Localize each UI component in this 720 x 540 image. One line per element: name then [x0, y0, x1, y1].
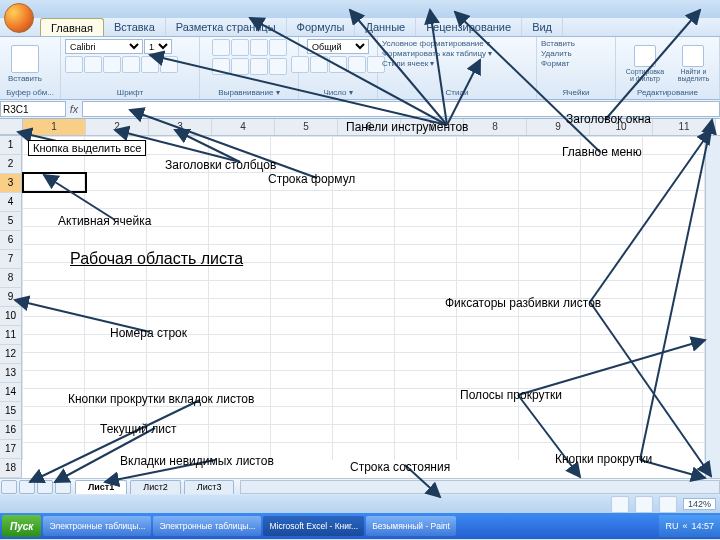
align-button[interactable] [212, 39, 230, 56]
taskbar-item[interactable]: Электронные таблицы... [43, 516, 151, 536]
dec-inc-button[interactable] [348, 56, 366, 73]
row-header[interactable]: 7 [0, 250, 22, 269]
sheet-tab[interactable]: Лист2 [130, 480, 181, 494]
row-header[interactable]: 13 [0, 364, 22, 383]
paste-button[interactable]: Вставить [4, 44, 46, 84]
row-header[interactable]: 16 [0, 421, 22, 440]
row-header[interactable]: 4 [0, 193, 22, 212]
taskbar-item[interactable]: Microsoft Excel - Книг... [263, 516, 364, 536]
menu-tab-5[interactable]: Рецензирование [416, 18, 522, 36]
vertical-scrollbar[interactable] [705, 136, 720, 478]
align-button[interactable] [231, 58, 249, 75]
office-button[interactable] [4, 3, 34, 33]
column-header[interactable]: 10 [590, 119, 653, 135]
menu-tab-2[interactable]: Разметка страницы [166, 18, 287, 36]
row-header[interactable]: 3 [0, 174, 22, 193]
system-tray[interactable]: RU«14:57 [659, 515, 720, 537]
column-header[interactable]: 3 [149, 119, 212, 135]
name-box[interactable]: R3C1 [0, 101, 66, 117]
menu-tab-0[interactable]: Главная [40, 18, 104, 36]
row-header[interactable]: 18 [0, 459, 22, 478]
align-button[interactable] [250, 58, 268, 75]
row-header[interactable]: 15 [0, 402, 22, 421]
group-label: Стили [382, 88, 532, 97]
row-header[interactable]: 5 [0, 212, 22, 231]
cell-grid[interactable] [22, 136, 705, 460]
font-select[interactable]: Calibri [65, 39, 143, 54]
wrap-button[interactable] [269, 39, 287, 56]
find-select-button[interactable]: Найти и выделить [672, 44, 715, 83]
group-label: Буфер обм... [4, 88, 56, 97]
row-header[interactable]: 2 [0, 155, 22, 174]
column-header[interactable]: 4 [212, 119, 275, 135]
format-button[interactable]: Формат [541, 59, 569, 68]
underline-button[interactable] [103, 56, 121, 73]
column-header[interactable]: 8 [464, 119, 527, 135]
row-header[interactable]: 9 [0, 288, 22, 307]
taskbar-item[interactable]: Безымянный - Paint [366, 516, 456, 536]
column-header[interactable]: 11 [653, 119, 716, 135]
group-label: Число ▾ [303, 88, 373, 97]
sheet-nav-button[interactable] [37, 480, 53, 494]
column-header[interactable]: 2 [86, 119, 149, 135]
format-table-button[interactable]: Форматировать как таблицу ▾ [382, 49, 492, 58]
merge-button[interactable] [269, 58, 287, 75]
view-break-button[interactable] [659, 496, 677, 513]
menu-tab-3[interactable]: Формулы [287, 18, 356, 36]
view-normal-button[interactable] [611, 496, 629, 513]
row-header[interactable]: 8 [0, 269, 22, 288]
cond-format-button[interactable]: Условное форм­атирование ▾ [382, 39, 490, 48]
view-layout-button[interactable] [635, 496, 653, 513]
bold-button[interactable] [65, 56, 83, 73]
align-button[interactable] [212, 58, 230, 75]
find-icon [682, 45, 704, 67]
numfmt-select[interactable]: Общий [307, 39, 369, 54]
start-button[interactable]: Пуск [2, 515, 41, 537]
sheet-tab[interactable]: Лист3 [184, 480, 235, 494]
row-header[interactable]: 1 [0, 136, 22, 155]
menu-tab-6[interactable]: Вид [522, 18, 563, 36]
sheet-nav-button[interactable] [19, 480, 35, 494]
fill-color-button[interactable] [141, 56, 159, 73]
delete-button[interactable]: Удалить [541, 49, 572, 58]
row-header[interactable]: 17 [0, 440, 22, 459]
align-button[interactable] [231, 39, 249, 56]
group-font: Calibri 11 Шрифт [61, 37, 200, 99]
column-header[interactable]: 9 [527, 119, 590, 135]
row-header[interactable]: 6 [0, 231, 22, 250]
sort-filter-button[interactable]: Сортировка и фильтр [620, 44, 670, 83]
group-styles: Условное форм­атирование ▾ Форматировать… [378, 37, 537, 99]
column-header[interactable]: 5 [275, 119, 338, 135]
column-header[interactable]: 1 [23, 119, 86, 135]
row-header-column: 123456789101112131415161718 [0, 136, 22, 478]
horizontal-scrollbar[interactable] [240, 480, 720, 494]
sheet-nav-button[interactable] [55, 480, 71, 494]
menu-tab-1[interactable]: Вставка [104, 18, 166, 36]
row-header[interactable]: 14 [0, 383, 22, 402]
formula-input[interactable] [82, 101, 720, 117]
windows-taskbar: Пуск Электронные таблицы...Электронные т… [0, 513, 720, 539]
row-header[interactable]: 11 [0, 326, 22, 345]
column-header[interactable]: 7 [401, 119, 464, 135]
italic-button[interactable] [84, 56, 102, 73]
zoom-level[interactable]: 142% [683, 498, 716, 510]
insert-button[interactable]: Вставить [541, 39, 575, 48]
currency-button[interactable] [291, 56, 309, 73]
column-header[interactable]: 6 [338, 119, 401, 135]
row-header[interactable]: 10 [0, 307, 22, 326]
clock: 14:57 [691, 521, 714, 531]
sheet-nav-button[interactable] [1, 480, 17, 494]
sheet-tab[interactable]: Лист1 [75, 480, 127, 494]
cell-styles-button[interactable]: Стили ячеек ▾ [382, 59, 434, 68]
comma-button[interactable] [329, 56, 347, 73]
select-all-button[interactable] [0, 119, 23, 135]
taskbar-item[interactable]: Электронные таблицы... [153, 516, 261, 536]
size-select[interactable]: 11 [144, 39, 172, 54]
fx-button[interactable]: fx [66, 103, 82, 115]
row-header[interactable]: 12 [0, 345, 22, 364]
font-color-button[interactable] [160, 56, 178, 73]
menu-tab-4[interactable]: Данные [355, 18, 416, 36]
align-button[interactable] [250, 39, 268, 56]
percent-button[interactable] [310, 56, 328, 73]
border-button[interactable] [122, 56, 140, 73]
